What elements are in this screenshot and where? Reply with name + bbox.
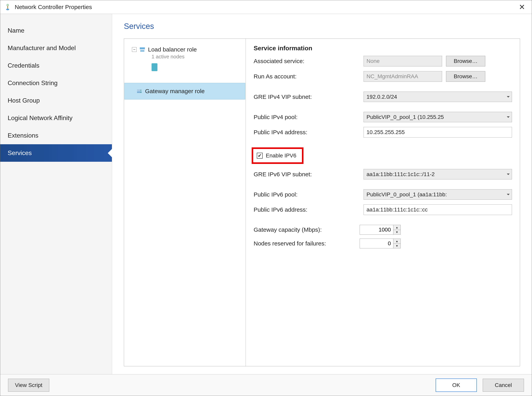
svg-point-9 bbox=[140, 90, 141, 91]
associated-service-browse-button[interactable]: Browse… bbox=[446, 56, 485, 66]
run-as-account-value bbox=[364, 71, 442, 82]
gre-ipv4-subnet-select[interactable]: 192.0.2.0/24 bbox=[364, 92, 512, 102]
gateway-capacity-input[interactable] bbox=[360, 225, 393, 234]
close-button[interactable]: ✕ bbox=[516, 3, 528, 11]
main-pane: Services − Load balancer role 1 active n… bbox=[112, 14, 532, 374]
svg-rect-5 bbox=[142, 50, 143, 52]
public-ipv4-address-label: Public IPv4 address: bbox=[254, 129, 360, 136]
public-ipv4-pool-select[interactable]: PublicVIP_0_pool_1 (10.255.25 bbox=[364, 112, 512, 122]
service-information: Service information Associated service: … bbox=[246, 39, 520, 366]
capacity-up-icon[interactable]: ▲ bbox=[393, 225, 401, 230]
dialog-footer: View Script OK Cancel bbox=[0, 374, 532, 396]
public-ipv6-pool-select[interactable]: PublicVIP_0_pool_1 (aa1a:11bb: bbox=[364, 189, 512, 200]
gateway-capacity-spinner[interactable]: ▲ ▼ bbox=[360, 225, 401, 235]
title-bar: Network Controller Properties ✕ bbox=[0, 0, 532, 14]
tree-label-gateway-manager: Gateway manager role bbox=[145, 88, 205, 94]
gateway-icon bbox=[136, 88, 142, 94]
public-ipv6-pool-label: Public IPv6 pool: bbox=[254, 191, 360, 198]
sidebar-item-name[interactable]: Name bbox=[0, 22, 112, 39]
run-as-account-label: Run As account: bbox=[254, 73, 360, 80]
sidebar-item-host-group[interactable]: Host Group bbox=[0, 92, 112, 109]
svg-rect-3 bbox=[140, 47, 145, 49]
associated-service-value bbox=[364, 56, 442, 66]
sidebar-item-credentials[interactable]: Credentials bbox=[0, 57, 112, 74]
svg-rect-1 bbox=[7, 6, 8, 9]
app-icon bbox=[4, 4, 11, 11]
public-ipv6-address-label: Public IPv6 address: bbox=[254, 206, 360, 213]
reserved-up-icon[interactable]: ▲ bbox=[393, 239, 401, 244]
services-panel: − Load balancer role 1 active nodes bbox=[124, 39, 520, 366]
nodes-reserved-spinner[interactable]: ▲ ▼ bbox=[360, 239, 401, 248]
public-ipv6-address-input[interactable] bbox=[364, 204, 512, 215]
enable-ipv6-highlight: ✔ Enable IPV6 bbox=[252, 147, 304, 164]
enable-ipv6-checkbox[interactable]: ✔ bbox=[257, 153, 263, 159]
svg-point-0 bbox=[7, 4, 9, 6]
svg-point-10 bbox=[140, 92, 141, 93]
window-title: Network Controller Properties bbox=[15, 4, 516, 10]
load-balancer-icon bbox=[139, 47, 145, 52]
capacity-down-icon[interactable]: ▼ bbox=[393, 230, 401, 235]
roles-tree: − Load balancer role 1 active nodes bbox=[124, 39, 246, 366]
view-script-button[interactable]: View Script bbox=[8, 379, 49, 392]
enable-ipv6-label: Enable IPV6 bbox=[266, 152, 296, 159]
tree-label-load-balancer: Load balancer role bbox=[148, 46, 197, 53]
node-icon[interactable] bbox=[152, 63, 158, 71]
gre-ipv4-subnet-label: GRE IPv4 VIP subnet: bbox=[254, 93, 360, 100]
sidebar-item-connection-string[interactable]: Connection String bbox=[0, 74, 112, 92]
body: Name Manufacturer and Model Credentials … bbox=[0, 14, 532, 374]
properties-window: Network Controller Properties ✕ Name Man… bbox=[0, 0, 532, 396]
sidebar: Name Manufacturer and Model Credentials … bbox=[0, 14, 112, 374]
svg-rect-4 bbox=[140, 50, 141, 52]
gre-ipv6-subnet-label: GRE IPv6 VIP subnet: bbox=[254, 171, 360, 178]
gre-ipv6-subnet-select[interactable]: aa1a:11bb:111c:1c1c::/11-2 bbox=[364, 169, 512, 180]
gateway-capacity-label: Gateway capacity (Mbps): bbox=[254, 226, 360, 233]
service-info-heading: Service information bbox=[254, 45, 512, 52]
public-ipv4-address-input[interactable] bbox=[364, 127, 512, 138]
nodes-reserved-input[interactable] bbox=[360, 239, 393, 248]
ok-button[interactable]: OK bbox=[436, 379, 477, 392]
page-title: Services bbox=[124, 22, 520, 31]
svg-point-2 bbox=[6, 9, 9, 10]
cancel-button[interactable]: Cancel bbox=[483, 379, 524, 392]
tree-sub-active-nodes: 1 active nodes bbox=[152, 54, 246, 60]
sidebar-item-services[interactable]: Services bbox=[0, 144, 112, 162]
sidebar-item-manufacturer[interactable]: Manufacturer and Model bbox=[0, 39, 112, 57]
associated-service-label: Associated service: bbox=[254, 58, 360, 64]
collapse-icon[interactable]: − bbox=[132, 47, 137, 52]
nodes-reserved-label: Nodes reserved for failures: bbox=[254, 240, 360, 247]
sidebar-item-extensions[interactable]: Extensions bbox=[0, 127, 112, 144]
public-ipv4-pool-label: Public IPv4 pool: bbox=[254, 114, 360, 121]
svg-rect-6 bbox=[143, 50, 144, 52]
sidebar-item-logical-network-affinity[interactable]: Logical Network Affinity bbox=[0, 109, 112, 127]
tree-item-gateway-manager[interactable]: Gateway manager role bbox=[125, 83, 245, 99]
run-as-browse-button[interactable]: Browse… bbox=[446, 71, 485, 82]
reserved-down-icon[interactable]: ▼ bbox=[393, 244, 401, 248]
tree-item-load-balancer[interactable]: − Load balancer role 1 active nodes bbox=[124, 43, 246, 71]
